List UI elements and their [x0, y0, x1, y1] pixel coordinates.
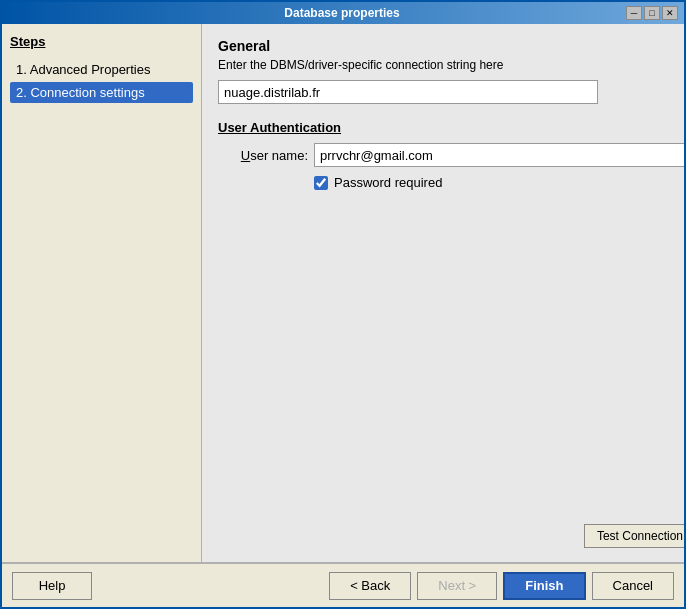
sidebar: Steps 1. Advanced Properties 2. Connecti…: [2, 24, 202, 562]
general-title: General: [218, 38, 684, 54]
help-button[interactable]: Help: [12, 572, 92, 600]
title-bar: Database properties ─ □ ✕: [2, 2, 684, 24]
auth-title: User Authentication: [218, 120, 684, 135]
main-window: Database properties ─ □ ✕ Steps 1. Advan…: [0, 0, 686, 609]
sidebar-item-advanced-properties[interactable]: 1. Advanced Properties: [10, 59, 193, 80]
minimize-button[interactable]: ─: [626, 6, 642, 20]
finish-button[interactable]: Finish: [503, 572, 585, 600]
username-input[interactable]: [314, 143, 684, 167]
window-title: Database properties: [58, 6, 626, 20]
close-button[interactable]: ✕: [662, 6, 678, 20]
title-bar-buttons: ─ □ ✕: [626, 6, 678, 20]
content-area: Steps 1. Advanced Properties 2. Connecti…: [2, 24, 684, 562]
username-label-text: User name:: [241, 148, 308, 163]
password-required-label[interactable]: Password required: [334, 175, 442, 190]
password-required-row: Password required: [314, 175, 684, 190]
bottom-right: < Back Next > Finish Cancel: [329, 572, 674, 600]
main-panel: General Enter the DBMS/driver-specific c…: [202, 24, 684, 562]
sidebar-item-label: 2. Connection settings: [16, 85, 145, 100]
general-description: Enter the DBMS/driver-specific connectio…: [218, 58, 684, 72]
username-label: User name:: [218, 148, 308, 163]
username-row: User name:: [218, 143, 684, 167]
back-button[interactable]: < Back: [329, 572, 411, 600]
bottom-bar: Help < Back Next > Finish Cancel: [2, 563, 684, 607]
next-button[interactable]: Next >: [417, 572, 497, 600]
sidebar-item-label: 1. Advanced Properties: [16, 62, 150, 77]
restore-button[interactable]: □: [644, 6, 660, 20]
sidebar-item-connection-settings[interactable]: 2. Connection settings: [10, 82, 193, 103]
steps-heading: Steps: [10, 34, 193, 49]
test-connection-button[interactable]: Test Connection: [584, 524, 684, 548]
bottom-left: Help: [12, 572, 92, 600]
connection-string-input[interactable]: [218, 80, 598, 104]
password-required-checkbox[interactable]: [314, 176, 328, 190]
cancel-button[interactable]: Cancel: [592, 572, 674, 600]
auth-section: User Authentication User name: Password …: [218, 120, 684, 190]
